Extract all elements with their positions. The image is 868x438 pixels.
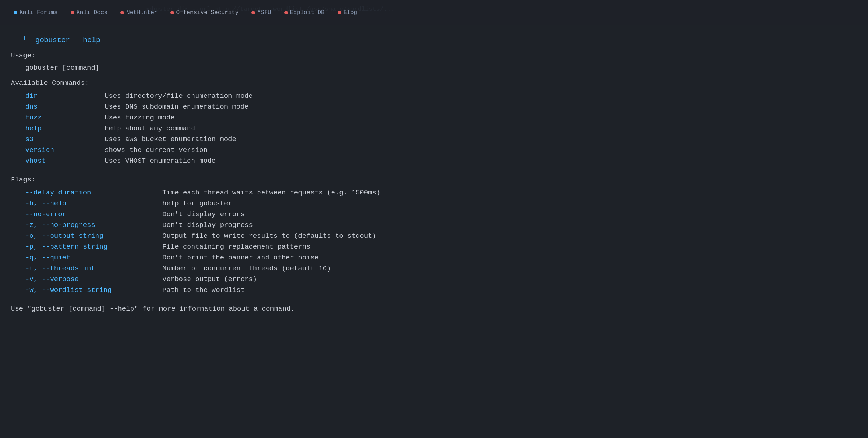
- nethunter-label: NetHunter: [126, 9, 157, 16]
- flag-desc: help for gobuster: [162, 200, 232, 207]
- nav-item-offensive-security[interactable]: Offensive Security: [164, 6, 245, 19]
- flag-name: -z, --no-progress: [11, 221, 162, 229]
- offensive-security-label: Offensive Security: [176, 9, 238, 16]
- flag-row: -v, --verboseVerbose output (errors): [11, 275, 857, 283]
- flags-table: --delay durationTime each thread waits b…: [11, 189, 857, 294]
- command-desc: Uses fuzzing mode: [83, 114, 175, 122]
- flag-row: -o, --output stringOutput file to write …: [11, 232, 857, 240]
- nethunter-dot: [120, 11, 124, 14]
- command-row: fuzzUses fuzzing mode: [11, 114, 857, 122]
- prompt-arrow: └─: [11, 36, 19, 44]
- flag-desc: Output file to write results to (default…: [162, 232, 376, 240]
- blog-label: Blog: [343, 9, 357, 16]
- command-desc: Help about any command: [83, 124, 195, 132]
- prompt-line: └─ └─ gobuster --help: [11, 36, 857, 44]
- flag-row: -h, --helphelp for gobuster: [11, 200, 857, 207]
- exploit-db-dot: [284, 11, 288, 14]
- flag-desc: Path to the wordlist: [162, 286, 245, 294]
- command-name: help: [11, 124, 83, 132]
- nav-item-kali-docs[interactable]: Kali Docs: [64, 6, 114, 19]
- command-name: version: [11, 146, 83, 154]
- command-desc: shows the current version: [83, 146, 207, 154]
- flag-desc: Don't print the banner and other noise: [162, 254, 319, 262]
- terminal-content: └─ └─ gobuster --help Usage: gobuster [c…: [11, 7, 857, 313]
- kali-docs-label: Kali Docs: [76, 9, 108, 16]
- blog-dot: [338, 11, 341, 14]
- flag-desc: Don't display errors: [162, 210, 245, 218]
- command-row: s3Uses aws bucket enumeration mode: [11, 135, 857, 143]
- msfu-label: MSFU: [257, 9, 271, 16]
- available-commands-header: Available Commands:: [11, 79, 857, 87]
- flag-desc: Don't display progress: [162, 221, 253, 229]
- flag-row: -p, --pattern stringFile containing repl…: [11, 243, 857, 251]
- flag-row: --no-errorDon't display errors: [11, 210, 857, 218]
- command-desc: Uses aws bucket enumeration mode: [83, 135, 236, 143]
- command-name: vhost: [11, 157, 83, 165]
- command-desc: Uses VHOST enumeration mode: [83, 157, 216, 165]
- command-row: dnsUses DNS subdomain enumeration mode: [11, 103, 857, 111]
- nav-item-kali-forums[interactable]: Kali Forums: [7, 6, 64, 19]
- kali-docs-dot: [71, 11, 74, 14]
- command-table: dirUses directory/file enumeration moded…: [11, 92, 857, 165]
- command-desc: Uses DNS subdomain enumeration mode: [83, 103, 249, 111]
- nav-item-blog[interactable]: Blog: [331, 6, 364, 19]
- flag-row: -q, --quietDon't print the banner and ot…: [11, 254, 857, 262]
- command-name: dns: [11, 103, 83, 111]
- flag-row: -t, --threads intNumber of concurrent th…: [11, 264, 857, 272]
- nav-item-msfu[interactable]: MSFU: [245, 6, 277, 19]
- command-row: dirUses directory/file enumeration mode: [11, 92, 857, 100]
- command-row: versionshows the current version: [11, 146, 857, 154]
- flag-row: -w, --wordlist stringPath to the wordlis…: [11, 286, 857, 294]
- flag-desc: Time each thread waits between requests …: [162, 189, 380, 197]
- flag-name: -o, --output string: [11, 232, 162, 240]
- flag-name: -t, --threads int: [11, 264, 162, 272]
- msfu-dot: [251, 11, 255, 14]
- flag-name: --no-error: [11, 210, 162, 218]
- flag-name: -q, --quiet: [11, 254, 162, 262]
- terminal-window: gobuster dir --url http://target --wordl…: [0, 0, 868, 324]
- command-name: dir: [11, 92, 83, 100]
- nav-item-exploit-db[interactable]: Exploit DB: [278, 6, 331, 19]
- command-row: helpHelp about any command: [11, 124, 857, 132]
- command-desc: Uses directory/file enumeration mode: [83, 92, 253, 100]
- command-name: s3: [11, 135, 83, 143]
- command-name: fuzz: [11, 114, 83, 122]
- usage-command: gobuster [command]: [11, 64, 857, 72]
- flag-row: --delay durationTime each thread waits b…: [11, 189, 857, 197]
- offensive-security-dot: [170, 11, 174, 14]
- kali-forums-dot: [14, 11, 17, 14]
- usage-label: Usage:: [11, 52, 857, 60]
- flags-header: Flags:: [11, 176, 857, 184]
- flag-desc: Number of concurrent threads (default 10…: [162, 264, 331, 272]
- flag-desc: Verbose output (errors): [162, 275, 257, 283]
- nav-bar: Kali ForumsKali DocsNetHunterOffensive S…: [0, 0, 868, 25]
- footer-line: Use "gobuster [command] --help" for more…: [11, 305, 857, 313]
- flag-name: -h, --help: [11, 200, 162, 207]
- flag-name: -v, --verbose: [11, 275, 162, 283]
- nav-item-nethunter[interactable]: NetHunter: [114, 6, 164, 19]
- exploit-db-label: Exploit DB: [290, 9, 325, 16]
- command-row: vhostUses VHOST enumeration mode: [11, 157, 857, 165]
- flag-name: -p, --pattern string: [11, 243, 162, 251]
- kali-forums-label: Kali Forums: [19, 9, 58, 16]
- flag-row: -z, --no-progressDon't display progress: [11, 221, 857, 229]
- flag-name: -w, --wordlist string: [11, 286, 162, 294]
- flag-desc: File containing replacement patterns: [162, 243, 310, 251]
- flag-name: --delay duration: [11, 189, 162, 197]
- prompt-command: └─ gobuster --help: [22, 36, 100, 44]
